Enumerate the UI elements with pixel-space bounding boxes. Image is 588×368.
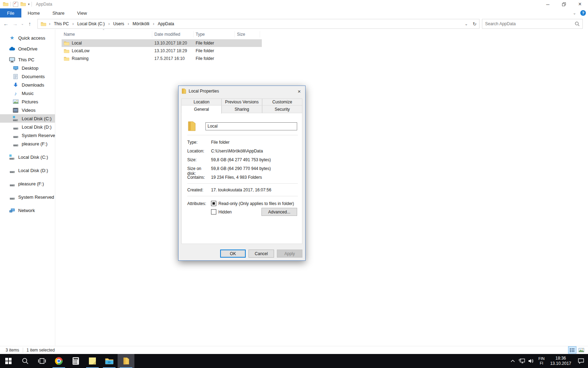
file-name: Local bbox=[72, 41, 82, 46]
apply-button[interactable]: Apply bbox=[277, 250, 302, 258]
qat-customize-icon[interactable]: ▾ bbox=[28, 2, 29, 6]
column-header-name[interactable]: Name ⌃ bbox=[62, 31, 152, 38]
ribbon-tab-view[interactable]: View bbox=[71, 8, 93, 18]
advanced-button[interactable]: Advanced... bbox=[261, 208, 297, 216]
taskbar-search-button[interactable] bbox=[17, 354, 34, 368]
ok-button[interactable]: OK bbox=[220, 250, 246, 258]
sidebar-item-pictures[interactable]: Pictures bbox=[0, 97, 55, 106]
task-view-button[interactable] bbox=[34, 354, 50, 368]
type-value: File folder bbox=[211, 140, 230, 145]
file-date: 17.5.2017 16:10 bbox=[152, 56, 194, 61]
taskbar-file-explorer-button[interactable] bbox=[101, 354, 118, 368]
sidebar-item-downloads[interactable]: Downloads bbox=[0, 81, 55, 89]
details-view-icon[interactable] bbox=[568, 347, 576, 353]
refresh-icon[interactable]: ↻ bbox=[470, 19, 479, 29]
tray-chevron-up-icon[interactable] bbox=[508, 360, 517, 362]
up-icon[interactable]: ↑ bbox=[25, 21, 34, 27]
sidebar-item-desktop[interactable]: Desktop bbox=[0, 64, 55, 72]
desktop-icon bbox=[13, 65, 19, 71]
sidebar-item-pleasure-f-root[interactable]: pleasure (F:) bbox=[0, 179, 55, 188]
sidebar-label: Music bbox=[22, 91, 34, 96]
file-name: LocalLow bbox=[72, 48, 90, 53]
folder-name-input[interactable]: Local bbox=[205, 122, 297, 130]
sidebar-item-system-reserved-e[interactable]: System Reserved (E: bbox=[0, 131, 55, 139]
tab-security[interactable]: Security bbox=[262, 105, 302, 114]
breadcrumb-user[interactable]: Mörökölli bbox=[130, 19, 152, 28]
ribbon-tab-home[interactable]: Home bbox=[21, 8, 46, 18]
breadcrumb-users[interactable]: Users bbox=[110, 19, 127, 28]
sidebar-item-music[interactable]: ♪ Music bbox=[0, 89, 55, 97]
address-bar[interactable]: › This PC › Local Disk (C:) › Users › Mö… bbox=[37, 19, 471, 29]
general-tab-page: Local Type: File folder Location: C:\Use… bbox=[181, 113, 302, 244]
volume-tray-icon[interactable] bbox=[526, 359, 536, 363]
hidden-checkbox[interactable] bbox=[211, 209, 216, 214]
network-tray-icon[interactable] bbox=[517, 359, 526, 363]
recent-locations-icon[interactable]: ⌄ bbox=[20, 22, 25, 26]
large-icons-view-icon[interactable] bbox=[578, 347, 585, 353]
action-center-icon[interactable] bbox=[574, 358, 588, 364]
close-button[interactable]: × bbox=[572, 0, 588, 8]
tab-sharing[interactable]: Sharing bbox=[222, 105, 262, 114]
cancel-button[interactable]: Cancel bbox=[248, 250, 274, 258]
sidebar-item-local-disk-d-root[interactable]: Local Disk (D:) bbox=[0, 166, 55, 175]
tab-general[interactable]: General bbox=[181, 105, 222, 114]
forward-icon[interactable]: → bbox=[10, 21, 20, 27]
file-row-roaming[interactable]: Roaming 17.5.2017 16:10 File folder bbox=[62, 55, 262, 62]
taskbar-folder-window-button[interactable] bbox=[118, 354, 134, 368]
start-button[interactable] bbox=[0, 354, 17, 368]
address-dropdown-icon[interactable]: ⌄ bbox=[462, 19, 470, 28]
sidebar-item-system-reserved-e-root[interactable]: System Reserved (E:) bbox=[0, 193, 55, 201]
column-header-date-modified[interactable]: Date modified bbox=[152, 31, 194, 38]
sidebar-item-onedrive[interactable]: OneDrive bbox=[0, 45, 55, 53]
taskbar-clock[interactable]: 18:36 13.10.2017 bbox=[547, 356, 574, 366]
ribbon-tab-share[interactable]: Share bbox=[46, 8, 71, 18]
calculator-icon bbox=[72, 357, 79, 365]
taskbar-chrome-button[interactable] bbox=[50, 354, 67, 368]
properties-dialog: Local Properties × Location Previous Ver… bbox=[178, 86, 306, 261]
minimize-button[interactable]: ─ bbox=[540, 0, 556, 8]
sidebar-label: Videos bbox=[22, 108, 36, 113]
sidebar-item-local-disk-c-root[interactable]: Local Disk (C:) bbox=[0, 153, 55, 161]
explorer-titlebar: ▾ AppData ─ × bbox=[0, 0, 588, 8]
taskbar-calculator-button[interactable] bbox=[67, 354, 84, 368]
search-icon[interactable] bbox=[572, 21, 582, 26]
sidebar-item-pleasure-f[interactable]: pleasure (F:) bbox=[0, 139, 55, 148]
breadcrumb-this-pc[interactable]: This PC bbox=[51, 19, 72, 28]
breadcrumb-appdata[interactable]: AppData bbox=[155, 19, 177, 28]
sidebar-item-quick-access[interactable]: ★ Quick access bbox=[0, 34, 55, 42]
file-date: 13.10.2017 18:29 bbox=[152, 48, 194, 53]
file-row-locallow[interactable]: LocalLow 13.10.2017 18:29 File folder bbox=[62, 47, 262, 55]
restore-button[interactable] bbox=[556, 0, 572, 8]
new-folder-icon[interactable] bbox=[20, 1, 26, 8]
column-header-size[interactable]: Size bbox=[235, 31, 260, 38]
ribbon-tab-file[interactable]: File bbox=[0, 8, 21, 18]
task-view-icon bbox=[38, 358, 46, 364]
properties-check-icon[interactable] bbox=[13, 2, 18, 7]
column-header-type[interactable]: Type bbox=[194, 31, 235, 38]
search-input[interactable] bbox=[482, 21, 572, 26]
help-icon[interactable]: ? bbox=[580, 10, 586, 16]
sidebar-item-this-pc[interactable]: This PC bbox=[0, 55, 55, 64]
file-row-local[interactable]: Local 13.10.2017 18:20 File folder bbox=[62, 39, 262, 47]
taskbar-sticky-notes-button[interactable] bbox=[84, 354, 101, 368]
back-icon[interactable]: ← bbox=[1, 21, 10, 27]
dialog-close-icon[interactable]: × bbox=[294, 86, 305, 96]
ribbon-collapse-icon[interactable]: ⌄ bbox=[573, 11, 576, 15]
language-indicator[interactable]: FIN FI bbox=[536, 356, 547, 366]
readonly-checkbox[interactable] bbox=[211, 201, 216, 206]
tab-customize[interactable]: Customize bbox=[262, 98, 302, 105]
sidebar-label: pleasure (F:) bbox=[18, 181, 44, 186]
separator bbox=[10, 2, 11, 7]
sidebar-item-local-disk-c[interactable]: Local Disk (C:) bbox=[0, 114, 55, 123]
selection-count: 1 item selected bbox=[27, 348, 55, 353]
sidebar-item-videos[interactable]: Videos bbox=[0, 106, 55, 114]
sidebar-item-local-disk-d[interactable]: Local Disk (D:) bbox=[0, 123, 55, 131]
tab-location[interactable]: Location bbox=[181, 98, 222, 105]
sidebar-item-network[interactable]: Network bbox=[0, 206, 55, 214]
drive-icon bbox=[13, 124, 19, 130]
sidebar-item-documents[interactable]: Documents bbox=[0, 72, 55, 81]
breadcrumb-local-disk-c[interactable]: Local Disk (C:) bbox=[75, 19, 108, 28]
location-folder-icon[interactable] bbox=[38, 21, 48, 27]
tab-previous-versions[interactable]: Previous Versions bbox=[222, 98, 262, 105]
file-type: File folder bbox=[194, 56, 235, 61]
